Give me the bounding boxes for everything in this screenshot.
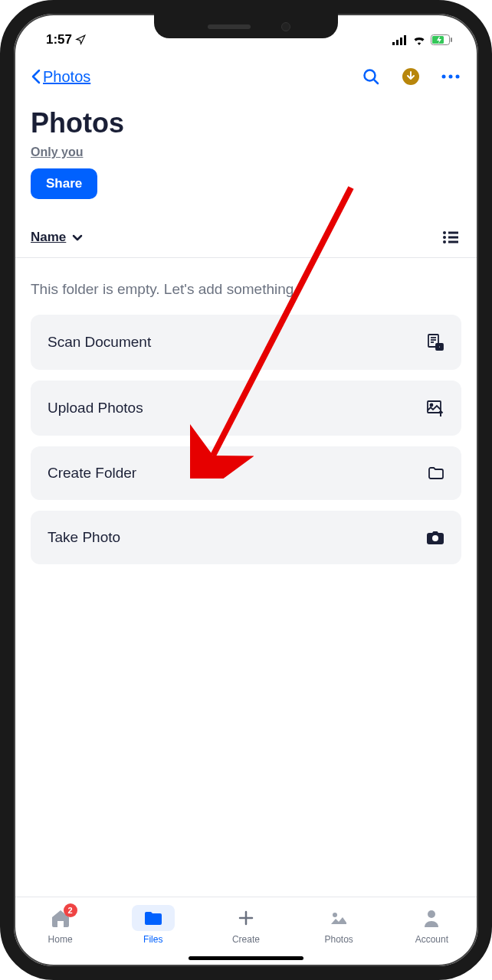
nav-actions [360,66,461,87]
tab-label: Home [48,934,73,945]
home-indicator[interactable] [189,956,303,960]
plus-icon [237,909,255,927]
share-button[interactable]: Share [31,168,97,199]
action-label: Upload Photos [48,400,143,416]
folder-icon [428,466,444,480]
svg-point-13 [443,231,446,234]
action-label: Scan Document [48,334,151,351]
tab-label: Create [232,934,260,945]
svg-rect-6 [451,38,452,42]
status-indicators [392,34,452,45]
action-scan-document[interactable]: Scan Document [31,315,461,370]
tab-files[interactable]: Files [123,905,184,945]
action-list: Scan Document Upload Photos Create Folde… [14,315,478,564]
page-title: Photos [31,107,461,139]
action-upload-photos[interactable]: Upload Photos [31,381,461,436]
tab-label: Account [415,934,448,945]
empty-message: This folder is empty. Let's add somethin… [14,258,478,315]
notification-button[interactable] [400,66,421,87]
action-label: Create Folder [48,465,136,482]
svg-point-12 [456,75,460,79]
svg-point-17 [443,240,446,243]
wifi-icon [412,35,426,45]
action-label: Take Photo [48,529,120,546]
cellular-icon [392,35,408,45]
svg-rect-14 [448,232,458,234]
svg-rect-3 [404,35,406,45]
svg-point-32 [428,910,435,918]
nav-header: Photos [14,52,478,93]
tab-badge: 2 [64,903,77,917]
sort-label: Name [31,230,66,245]
photos-icon [330,910,348,926]
tab-photos[interactable]: Photos [308,905,369,945]
tab-home[interactable]: 2 Home [30,905,91,945]
status-time-group: 1:57 [46,32,86,47]
status-time: 1:57 [46,32,72,47]
search-icon [362,67,380,86]
svg-point-11 [449,75,453,79]
svg-point-24 [438,346,441,348]
location-icon [75,34,86,45]
sort-row: Name [14,199,478,258]
download-circle-icon [402,67,420,86]
more-button[interactable] [440,66,461,87]
tab-label: Files [143,934,162,945]
scan-doc-icon [426,333,444,351]
tab-account[interactable]: Account [401,905,462,945]
svg-rect-1 [396,40,399,45]
tab-label: Photos [324,934,353,945]
svg-point-28 [432,535,438,541]
phone-notch [154,14,338,38]
search-button[interactable] [360,66,382,87]
svg-line-8 [374,80,378,83]
share-status[interactable]: Only you [31,145,461,159]
back-label: Photos [43,68,90,86]
svg-point-31 [333,913,337,917]
title-block: Photos Only you Share [14,93,478,199]
upload-photo-icon [426,399,444,417]
svg-rect-0 [392,42,395,45]
svg-rect-16 [448,237,458,239]
view-toggle-button[interactable] [440,227,461,248]
svg-rect-2 [400,38,402,45]
chevron-left-icon [31,69,41,84]
sort-toggle[interactable]: Name [31,230,83,245]
svg-rect-18 [448,241,458,243]
screen: 1:57 Photos Photos Only you S [14,14,478,966]
list-view-icon [443,231,458,243]
action-take-photo[interactable]: Take Photo [31,511,461,564]
back-button[interactable]: Photos [31,68,90,86]
tab-create[interactable]: Create [215,905,277,945]
svg-point-26 [431,404,433,407]
chevron-down-icon [72,234,83,241]
battery-icon [431,34,452,45]
more-horizontal-icon [441,74,460,79]
camera-icon [426,531,444,544]
person-icon [423,909,440,927]
svg-point-15 [443,236,446,239]
action-create-folder[interactable]: Create Folder [31,446,461,500]
folder-filled-icon [143,910,163,926]
svg-point-10 [442,75,446,79]
